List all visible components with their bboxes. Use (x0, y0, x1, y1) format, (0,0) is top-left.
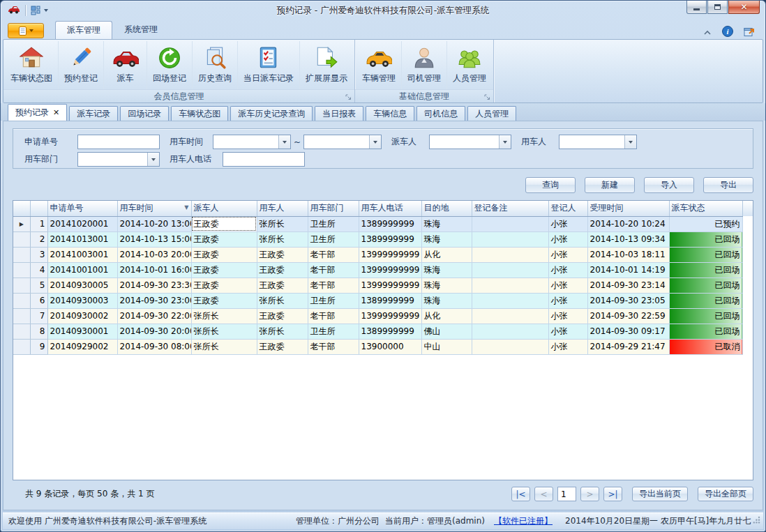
column-header-remark[interactable]: 登记备注 (472, 201, 548, 216)
cell-dispatcher[interactable]: 王政委 (191, 231, 257, 247)
cell-dest[interactable]: 从化 (421, 308, 472, 324)
cell-use_time[interactable]: 2014-09-30 08:00 (117, 339, 191, 354)
cell-order_no[interactable]: 20140930005 (47, 278, 117, 293)
cell-order_no[interactable]: 20140930003 (47, 293, 117, 308)
cell-dept[interactable]: 老干部 (308, 278, 359, 293)
cell-dest[interactable]: 佛山 (421, 324, 472, 339)
ribbon-button-return-register[interactable]: 回场登记 (147, 41, 193, 89)
cell-order_no[interactable]: 20140929002 (47, 339, 117, 354)
ribbon-button-staff-manage[interactable]: 人员管理 (447, 41, 492, 89)
ribbon-button-daily-dispatch-records[interactable]: 当日派车记录 (238, 41, 300, 89)
cell-user[interactable]: 张所长 (257, 324, 308, 339)
column-header-use_time[interactable]: 用车时间▼ (117, 201, 191, 216)
cell-user[interactable]: 王政委 (257, 339, 308, 354)
dispatcher-select[interactable] (429, 135, 511, 149)
application-menu-button[interactable] (8, 23, 44, 38)
ribbon-button-reservation-register[interactable]: 预约登记 (59, 41, 104, 89)
chevron-down-icon[interactable] (499, 135, 511, 149)
cell-dispatcher[interactable]: 张所长 (191, 308, 257, 324)
chevron-down-icon[interactable] (369, 135, 381, 149)
cell-remark[interactable] (472, 293, 548, 308)
export-current-page-button[interactable]: 导出当前页 (632, 487, 688, 501)
chevron-down-icon[interactable] (624, 135, 636, 149)
column-header-num[interactable] (30, 201, 47, 216)
cell-user[interactable]: 王政委 (257, 247, 308, 262)
tab-dispatch-history-query[interactable]: 派车历史记录查询 (230, 106, 313, 121)
ribbon-button-vehicle-status-map[interactable]: 车辆状态图 (5, 41, 59, 89)
cell-num[interactable]: 3 (30, 247, 47, 262)
cell-status[interactable]: 已回场 (669, 262, 742, 278)
cell-remark[interactable] (472, 216, 548, 231)
cell-phone[interactable]: 13999999999 (359, 262, 421, 278)
cell-order_no[interactable]: 20140930002 (47, 308, 117, 324)
cell-dest[interactable]: 珠海 (421, 262, 472, 278)
cell-use_time[interactable]: 2014-10-20 13:00 (117, 216, 191, 231)
tab-reservation-records[interactable]: 预约记录 ✕ (8, 104, 67, 121)
collapse-ribbon-icon[interactable] (703, 28, 712, 38)
ribbon-button-history-query[interactable]: 历史查询 (193, 41, 238, 89)
cell-dest[interactable]: 珠海 (421, 293, 472, 308)
cell-registrar[interactable]: 小张 (548, 262, 587, 278)
cell-dest[interactable]: 珠海 (421, 216, 472, 231)
cell-indicator[interactable] (13, 293, 30, 308)
table-row[interactable]: 6201409300032014-09-30 23:00王政委张所长卫生所138… (13, 293, 742, 308)
cell-dept[interactable]: 老干部 (308, 262, 359, 278)
cell-phone[interactable]: 1389999999 (359, 324, 421, 339)
next-page-button[interactable]: > (580, 487, 599, 501)
column-header-indicator[interactable] (13, 201, 30, 216)
cell-accept_time[interactable]: 2014-10-20 10:24 (587, 216, 669, 231)
cell-indicator[interactable] (13, 278, 30, 293)
table-row[interactable]: 7201409300022014-09-30 22:00张所长王政委老干部139… (13, 308, 742, 324)
cell-registrar[interactable]: 小张 (548, 247, 587, 262)
cell-phone[interactable]: 13999999999 (359, 278, 421, 293)
cell-dept[interactable]: 老干部 (308, 247, 359, 262)
cell-indicator[interactable] (13, 324, 30, 339)
cell-order_no[interactable]: 20141020001 (47, 216, 117, 231)
column-header-user[interactable]: 用车人 (257, 201, 308, 216)
column-header-dest[interactable]: 目的地 (421, 201, 472, 216)
table-row[interactable]: 9201409290022014-09-30 08:00张所长王政委老干部139… (13, 339, 742, 354)
ribbon-tab-system-manage[interactable]: 系统管理 (112, 21, 170, 39)
cell-use_time[interactable]: 2014-10-01 16:00 (117, 262, 191, 278)
table-row[interactable]: 4201410010012014-10-01 16:00王政委王政委老干部139… (13, 262, 742, 278)
cell-order_no[interactable]: 20141001001 (47, 262, 117, 278)
order-no-input[interactable] (77, 135, 160, 149)
create-button[interactable]: 新建 (585, 177, 635, 193)
cell-dest[interactable]: 从化 (421, 247, 472, 262)
cell-accept_time[interactable]: 2014-09-29 21:47 (587, 339, 669, 354)
cell-num[interactable]: 1 (30, 216, 47, 231)
tab-vehicle-status-map[interactable]: 车辆状态图 (171, 106, 228, 121)
cell-dispatcher[interactable]: 王政委 (191, 262, 257, 278)
cell-use_time[interactable]: 2014-09-30 23:00 (117, 293, 191, 308)
cell-phone[interactable]: 13900000 (359, 339, 421, 354)
cell-remark[interactable] (472, 247, 548, 262)
tab-daily-report[interactable]: 当日报表 (315, 106, 363, 121)
first-page-button[interactable]: |< (511, 487, 530, 501)
cell-num[interactable]: 2 (30, 231, 47, 247)
cell-use_time[interactable]: 2014-10-13 15:00 (117, 231, 191, 247)
info-icon[interactable]: i (722, 26, 733, 39)
cell-dept[interactable]: 老干部 (308, 308, 359, 324)
cell-dispatcher[interactable]: 张所长 (191, 324, 257, 339)
cell-use_time[interactable]: 2014-10-03 20:00 (117, 247, 191, 262)
cell-accept_time[interactable]: 2014-09-30 23:14 (587, 278, 669, 293)
about-icon[interactable] (744, 26, 756, 39)
close-tab-icon[interactable]: ✕ (53, 108, 59, 117)
column-header-registrar[interactable]: 登记人 (548, 201, 587, 216)
cell-dept[interactable]: 卫生所 (308, 293, 359, 308)
minimize-button[interactable] (686, 1, 707, 14)
maximize-button[interactable] (707, 1, 728, 14)
cell-status[interactable]: 已回场 (669, 324, 742, 339)
column-header-accept_time[interactable]: 受理时间 (587, 201, 669, 216)
cell-indicator[interactable] (13, 247, 30, 262)
cell-status[interactable]: 已回场 (669, 293, 742, 308)
tab-staff-manage[interactable]: 人员管理 (467, 106, 516, 121)
cell-remark[interactable] (472, 339, 548, 354)
tab-dispatch-records[interactable]: 派车记录 (69, 106, 118, 121)
cell-use_time[interactable]: 2014-09-30 20:00 (117, 324, 191, 339)
cell-status[interactable]: 已回场 (669, 231, 742, 247)
cell-indicator[interactable] (13, 231, 30, 247)
sort-desc-icon[interactable]: ▼ (184, 204, 188, 211)
cell-num[interactable]: 4 (30, 262, 47, 278)
cell-status[interactable]: 已取消 (669, 339, 742, 354)
